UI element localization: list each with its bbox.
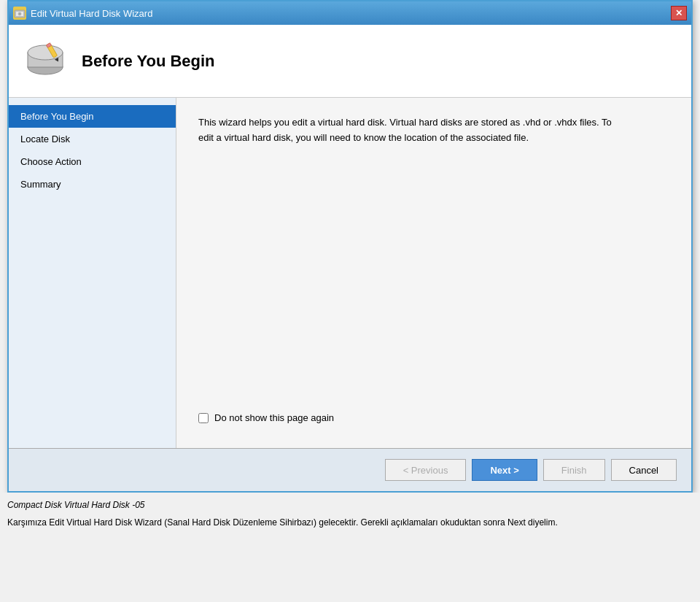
do-not-show-area: Do not show this page again [198,412,669,423]
wizard-window: Edit Virtual Hard Disk Wizard ✕ Before Y… [7,0,693,493]
do-not-show-label[interactable]: Do not show this page again [214,412,334,423]
description-text: This wizard helps you edit a virtual har… [198,115,621,146]
svg-point-3 [19,13,20,15]
previous-button[interactable]: < Previous [385,459,467,481]
footer: < Previous Next > Finish Cancel [9,448,691,491]
bottom-section: Compact Disk Virtual Hard Disk -05 Karşı… [0,493,700,536]
sidebar-item-summary[interactable]: Summary [9,173,176,196]
wizard-icon [23,39,67,83]
do-not-show-checkbox[interactable] [198,413,209,423]
app-icon [13,7,26,20]
bottom-title: Compact Disk Virtual Hard Disk -05 [7,500,693,510]
finish-button[interactable]: Finish [543,459,605,481]
sidebar-item-choose-action[interactable]: Choose Action [9,150,176,173]
title-bar-left: Edit Virtual Hard Disk Wizard [13,7,152,20]
next-button[interactable]: Next > [472,459,537,481]
sidebar-item-before-you-begin[interactable]: Before You Begin [9,105,176,128]
svg-point-6 [28,45,63,60]
sidebar-item-locate-disk[interactable]: Locate Disk [9,128,176,150]
bottom-description: Karşımıza Edit Virtual Hard Disk Wizard … [7,516,693,529]
title-bar: Edit Virtual Hard Disk Wizard ✕ [9,1,691,25]
content-area: Before You Begin Locate Disk Choose Acti… [9,98,691,448]
cancel-button[interactable]: Cancel [611,459,677,481]
wizard-header: Before You Begin [9,25,691,98]
close-button[interactable]: ✕ [671,6,687,20]
main-content: This wizard helps you edit a virtual har… [176,98,691,448]
window-title: Edit Virtual Hard Disk Wizard [31,8,152,19]
page-title: Before You Begin [82,52,215,71]
sidebar: Before You Begin Locate Disk Choose Acti… [9,98,176,448]
